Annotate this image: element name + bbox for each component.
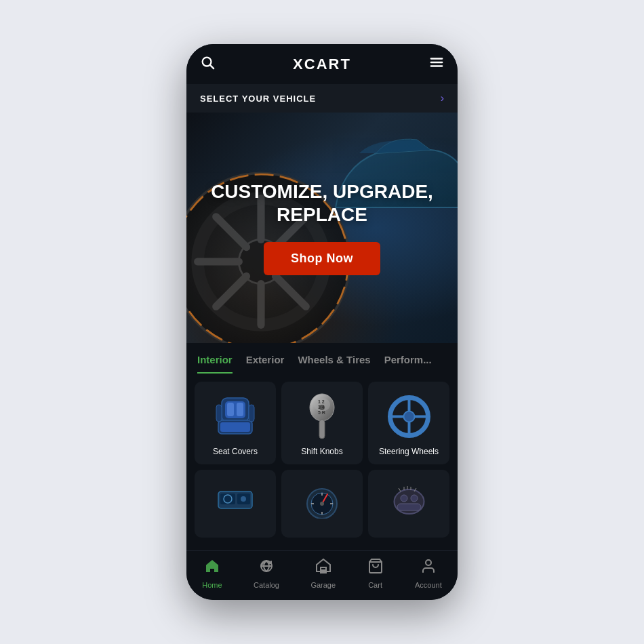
shift-knobs-label: Shift Knobs — [301, 447, 342, 456]
bottom-nav: Home Catalog — [186, 550, 458, 600]
search-icon[interactable] — [200, 55, 215, 73]
home-icon — [204, 558, 220, 578]
app-title: XCART — [293, 56, 351, 73]
svg-text:5 R: 5 R — [318, 410, 325, 415]
svg-point-33 — [403, 411, 414, 422]
product-gauges[interactable] — [281, 470, 363, 538]
seat-covers-label: Seat Covers — [213, 447, 258, 456]
nav-catalog-label: Catalog — [254, 581, 279, 589]
nav-home-label: Home — [202, 581, 222, 589]
floor-mats-icon — [385, 481, 432, 523]
svg-point-46 — [320, 502, 324, 506]
nav-garage[interactable]: Garage — [310, 558, 336, 589]
product-seat-covers[interactable]: Seat Covers — [195, 382, 276, 464]
product-shift-knobs[interactable]: 1 2 3 4 5 R Shift Knobs — [281, 382, 363, 464]
svg-point-42 — [241, 496, 246, 502]
hero-content: CUSTOMIZE, UPGRADE, REPLACE Shop Now — [200, 180, 444, 275]
svg-rect-22 — [220, 422, 250, 432]
svg-rect-24 — [249, 405, 254, 422]
vehicle-selector[interactable]: SELECT YOUR VEHICLE › — [186, 84, 458, 113]
vehicle-selector-label: SELECT YOUR VEHICLE — [200, 94, 316, 104]
tab-exterior[interactable]: Exterior — [246, 354, 285, 374]
svg-point-49 — [411, 495, 418, 502]
svg-line-1 — [210, 65, 214, 68]
nav-garage-label: Garage — [310, 581, 336, 589]
svg-rect-23 — [216, 405, 222, 422]
svg-rect-50 — [397, 504, 421, 510]
hero-banner: CUSTOMIZE, UPGRADE, REPLACE Shop Now — [186, 113, 458, 343]
svg-line-51 — [399, 488, 401, 491]
category-tabs: Interior Exterior Wheels & Tires Perform… — [186, 343, 458, 374]
header: XCART — [186, 44, 458, 84]
seat-covers-icon — [212, 393, 259, 440]
hero-title: CUSTOMIZE, UPGRADE, REPLACE — [200, 180, 444, 226]
scroll-area: Interior Exterior Wheels & Tires Perform… — [186, 343, 458, 550]
product-floor-mats[interactable] — [368, 470, 449, 538]
nav-account[interactable]: Account — [415, 558, 442, 589]
nav-cart-label: Cart — [368, 581, 382, 589]
nav-cart[interactable]: Cart — [367, 558, 384, 589]
svg-text:1 2: 1 2 — [318, 399, 325, 404]
nav-account-label: Account — [415, 581, 442, 589]
product-steering-wheels[interactable]: Steering Wheels — [368, 382, 449, 464]
svg-point-48 — [401, 495, 407, 502]
account-icon — [420, 558, 437, 578]
phone-frame: XCART SELECT YOUR VEHICLE › — [186, 44, 458, 600]
garage-icon — [315, 558, 331, 578]
svg-text:3 4: 3 4 — [318, 405, 325, 409]
gauges-icon — [298, 481, 346, 523]
catalog-icon — [258, 558, 275, 578]
steering-wheels-icon — [385, 393, 432, 440]
vehicle-chevron-icon: › — [441, 92, 444, 104]
svg-rect-27 — [319, 420, 325, 439]
steering-wheels-label: Steering Wheels — [379, 447, 439, 456]
menu-icon[interactable] — [429, 55, 444, 73]
cart-icon — [367, 558, 384, 578]
product-dash-trim[interactable] — [195, 470, 276, 538]
dash-trim-icon — [212, 481, 259, 523]
svg-point-60 — [426, 560, 431, 565]
product-grid: Seat Covers — [186, 374, 458, 546]
tab-interior[interactable]: Interior — [197, 354, 233, 374]
tab-wheels[interactable]: Wheels & Tires — [298, 354, 370, 374]
shop-now-button[interactable]: Shop Now — [264, 242, 380, 275]
svg-rect-20 — [237, 403, 243, 416]
shift-knobs-icon: 1 2 3 4 5 R — [298, 393, 346, 440]
svg-rect-19 — [227, 403, 234, 416]
nav-home[interactable]: Home — [202, 558, 222, 589]
tab-performance[interactable]: Perform... — [384, 354, 432, 374]
nav-catalog[interactable]: Catalog — [254, 558, 279, 589]
